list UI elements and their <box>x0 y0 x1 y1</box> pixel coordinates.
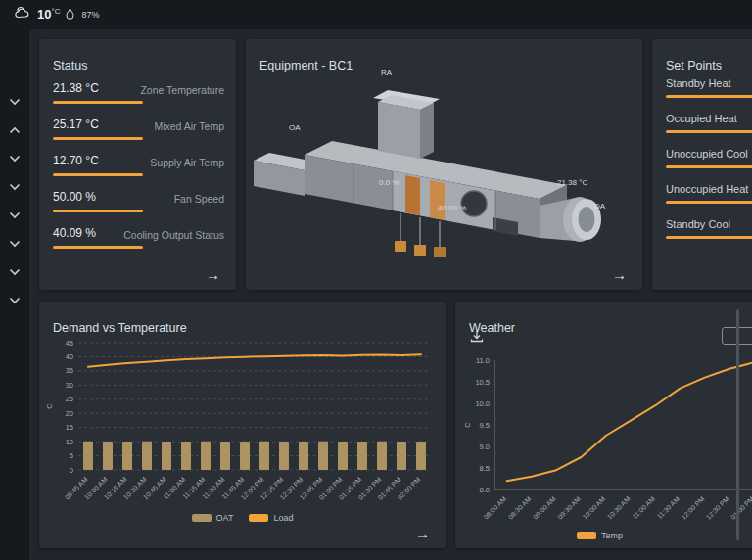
status-card: Status 21.38 °C Zone Temperature 25.17 °… <box>39 39 236 290</box>
da-label: DA <box>594 202 605 210</box>
status-row: 25.17 °C Mixed Air Temp <box>53 115 224 151</box>
setpoint-label: Unoccupied Cool <box>666 148 748 160</box>
damper-position-label: 0.0 % <box>379 178 399 187</box>
valve-position-label: 40.09 % <box>438 204 466 212</box>
setpoint-slider[interactable] <box>666 236 752 239</box>
outdoor-humidity: 87% <box>81 10 99 20</box>
setpoints-rows: Standby Heat Occupied Heat Unoccupied Co… <box>666 74 752 251</box>
status-slider[interactable] <box>53 210 143 212</box>
svg-text:11.0: 11.0 <box>476 356 490 365</box>
status-label: Zone Temperature <box>140 84 224 96</box>
oa-label: OA <box>289 123 301 132</box>
svg-text:10.0: 10.0 <box>475 399 490 408</box>
svg-text:5: 5 <box>70 451 73 460</box>
setpoint-row: Standby Cool <box>666 215 752 251</box>
status-slider[interactable] <box>53 137 143 140</box>
svg-text:01:00 PM: 01:00 PM <box>729 495 752 521</box>
legend-item-load[interactable]: Load <box>249 513 293 523</box>
svg-text:11:00 AM: 11:00 AM <box>631 495 656 521</box>
svg-text:20: 20 <box>66 409 73 418</box>
status-value: 12.70 °C <box>53 154 99 167</box>
setpoint-slider[interactable] <box>666 130 752 133</box>
chevron-down-icon[interactable] <box>8 297 22 304</box>
setpoint-label: Standby Heat <box>666 77 731 89</box>
svg-text:09:00 AM: 09:00 AM <box>532 495 557 521</box>
discharge-temp-label: 21.38 °C <box>557 178 588 187</box>
weather-chart-card: Weather 8.08.59.09.510.010.511.008:00 AM… <box>455 302 752 548</box>
setpoint-slider[interactable] <box>666 95 752 98</box>
status-slider[interactable] <box>53 173 143 176</box>
svg-text:35: 35 <box>66 366 73 375</box>
equipment-more-button[interactable]: → <box>612 267 627 282</box>
demand-chart[interactable]: 05101520253035404509:45 AM10:00 AM10:15 … <box>43 331 441 517</box>
setpoint-row: Unoccupied Cool <box>666 145 752 180</box>
setpoint-row: Occupied Heat <box>666 110 752 145</box>
chevron-down-icon[interactable] <box>8 183 22 191</box>
status-row: 40.09 % Cooling Output Status <box>53 223 224 259</box>
setpoint-row: Unoccupied Heat <box>666 180 752 215</box>
svg-text:15: 15 <box>66 423 73 432</box>
status-row: 21.38 °C Zone Temperature <box>53 78 224 115</box>
status-rows: 21.38 °C Zone Temperature 25.17 °C Mixed… <box>53 78 224 259</box>
temp-legend-label: Temp <box>601 531 623 540</box>
ahu-3d-graphic[interactable] <box>246 39 642 290</box>
status-label: Fan Speed <box>174 193 224 205</box>
svg-text:30: 30 <box>66 381 73 390</box>
svg-text:08:30 AM: 08:30 AM <box>507 495 533 521</box>
chevron-down-icon[interactable] <box>8 268 22 276</box>
setpoints-card: Set Points Standby Heat Occupied Heat Un… <box>652 39 752 290</box>
svg-text:C: C <box>45 403 54 409</box>
topbar: 10°C 87% <box>0 0 752 29</box>
setpoint-slider[interactable] <box>666 165 752 168</box>
svg-text:8.5: 8.5 <box>480 464 490 473</box>
svg-text:0: 0 <box>70 466 73 475</box>
load-legend-label: Load <box>273 513 293 523</box>
chevron-down-icon[interactable] <box>8 155 22 163</box>
download-icon[interactable] <box>467 327 487 345</box>
scrollbar[interactable] <box>736 309 739 540</box>
svg-text:10:00 AM: 10:00 AM <box>582 495 607 521</box>
weather-icon <box>14 5 31 24</box>
status-label: Cooling Output Status <box>123 229 224 241</box>
hvac-dashboard: 10°C 87% Status 21.38 °C Zone Temperatur… <box>0 0 752 560</box>
setpoint-label: Occupied Heat <box>666 113 737 124</box>
status-more-button[interactable]: → <box>206 267 220 282</box>
svg-text:40: 40 <box>66 352 73 361</box>
sidebar <box>0 29 29 560</box>
svg-text:08:00 AM: 08:00 AM <box>482 495 507 521</box>
chevron-down-icon[interactable] <box>8 211 22 219</box>
svg-text:10: 10 <box>66 438 73 446</box>
humidity-icon <box>66 6 74 23</box>
oat-legend-swatch <box>192 514 212 522</box>
status-row: 50.00 % Fan Speed <box>53 187 224 223</box>
setpoint-label: Standby Cool <box>666 218 730 230</box>
setpoint-row: Standby Heat <box>666 74 752 110</box>
chevron-down-icon[interactable] <box>8 240 22 248</box>
demand-more-button[interactable]: → <box>415 526 430 540</box>
legend-item-temp[interactable]: Temp <box>577 531 623 540</box>
status-slider[interactable] <box>53 101 143 104</box>
svg-text:11:30 AM: 11:30 AM <box>656 495 682 521</box>
svg-text:10:30 AM: 10:30 AM <box>606 495 632 521</box>
temp-legend-swatch <box>577 532 596 539</box>
status-row: 12.70 °C Supply Air Temp <box>53 151 224 187</box>
svg-text:9.0: 9.0 <box>480 443 490 451</box>
status-slider[interactable] <box>53 246 143 249</box>
setpoint-slider[interactable] <box>666 201 752 204</box>
svg-text:45: 45 <box>66 339 73 348</box>
weather-chart[interactable]: 8.08.59.09.510.010.511.008:00 AM08:30 AM… <box>461 352 752 535</box>
chevron-up-icon[interactable] <box>8 126 22 134</box>
demand-legend: OAT Load <box>39 513 446 523</box>
legend-item-oat[interactable]: OAT <box>192 513 234 523</box>
ra-label: RA <box>381 69 392 77</box>
chevron-down-icon[interactable] <box>8 98 22 106</box>
oat-legend-label: OAT <box>216 513 234 523</box>
svg-text:09:30 AM: 09:30 AM <box>556 495 582 521</box>
setpoints-card-title: Set Points <box>666 59 722 72</box>
status-label: Mixed Air Temp <box>154 120 224 132</box>
status-value: 40.09 % <box>53 226 96 240</box>
svg-text:8.0: 8.0 <box>480 486 490 494</box>
outdoor-temperature: 10°C <box>37 7 60 22</box>
status-value: 50.00 % <box>53 190 96 204</box>
svg-text:10.5: 10.5 <box>475 378 490 387</box>
